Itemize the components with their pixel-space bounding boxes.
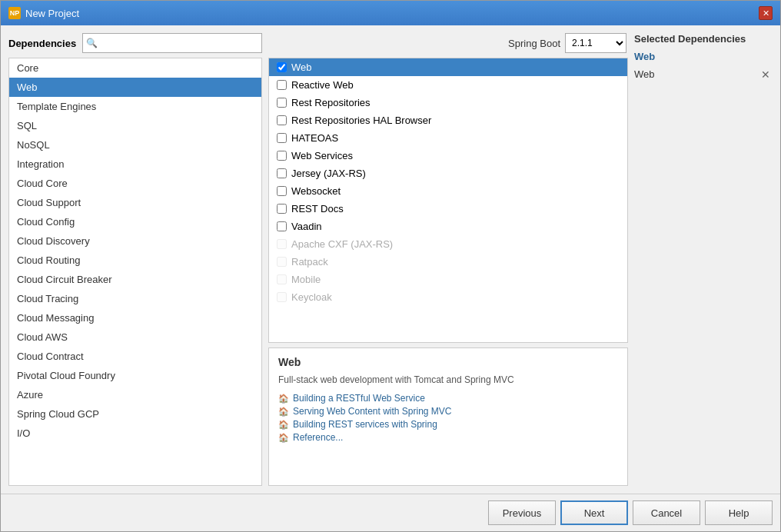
selected-item-name: Web bbox=[634, 68, 655, 80]
description-box: Web Full-stack web development with Tomc… bbox=[268, 347, 628, 486]
home-icon: 🏠 bbox=[278, 420, 289, 430]
main-content: Dependencies 🔍 CoreWebTemplate EnginesSQ… bbox=[1, 25, 780, 494]
close-button[interactable]: ✕ bbox=[759, 6, 773, 20]
category-item-cloud-routing[interactable]: Cloud Routing bbox=[9, 251, 261, 270]
search-wrapper: 🔍 bbox=[82, 33, 262, 53]
home-icon: 🏠 bbox=[278, 407, 289, 417]
dep-item-reactive-web[interactable]: Reactive Web bbox=[269, 76, 627, 94]
dep-item-rest-docs[interactable]: REST Docs bbox=[269, 200, 627, 218]
category-item-integration[interactable]: Integration bbox=[9, 155, 261, 174]
category-item-sql[interactable]: SQL bbox=[9, 116, 261, 135]
spring-boot-select[interactable]: 2.1.12.0.91.5.20 bbox=[565, 33, 626, 53]
category-item-azure[interactable]: Azure bbox=[9, 385, 261, 404]
dep-label-reactive-web: Reactive Web bbox=[291, 79, 354, 91]
category-item-cloud-aws[interactable]: Cloud AWS bbox=[9, 328, 261, 347]
dep-checkbox-reactive-web[interactable] bbox=[277, 80, 287, 90]
dep-label-rest-docs: REST Docs bbox=[291, 203, 344, 214]
new-project-window: NP New Project ✕ Dependencies 🔍 CoreWebT… bbox=[0, 0, 781, 532]
dep-checkbox-jersey[interactable] bbox=[277, 168, 287, 178]
dep-label-web-services: Web Services bbox=[291, 150, 353, 161]
dep-item-jersey[interactable]: Jersey (JAX-RS) bbox=[269, 165, 627, 182]
dep-checkbox-vaadin[interactable] bbox=[277, 221, 287, 231]
dep-item-websocket[interactable]: Websocket bbox=[269, 182, 627, 200]
category-item-cloud-core[interactable]: Cloud Core bbox=[9, 174, 261, 193]
selected-item-row: Web✕ bbox=[634, 67, 773, 81]
dep-item-keycloak[interactable]: Keycloak bbox=[269, 288, 627, 306]
desc-link[interactable]: 🏠Reference... bbox=[278, 432, 618, 443]
search-icon: 🔍 bbox=[86, 38, 98, 48]
dep-item-web-services[interactable]: Web Services bbox=[269, 147, 627, 165]
dep-label-hateoas: HATEOAS bbox=[291, 132, 338, 144]
dep-checkbox-websocket[interactable] bbox=[277, 186, 287, 196]
category-item-nosql[interactable]: NoSQL bbox=[9, 135, 261, 155]
category-item-pivotal-cloud-foundry[interactable]: Pivotal Cloud Foundry bbox=[9, 366, 261, 385]
category-item-cloud-contract[interactable]: Cloud Contract bbox=[9, 347, 261, 366]
dep-label-rest-repositories-hal: Rest Repositories HAL Browser bbox=[291, 115, 431, 126]
category-item-template-engines[interactable]: Template Engines bbox=[9, 97, 261, 116]
dep-item-hateoas[interactable]: HATEOAS bbox=[269, 129, 627, 147]
desc-link[interactable]: 🏠Building a RESTful Web Service bbox=[278, 393, 618, 404]
dep-checkbox-web-services[interactable] bbox=[277, 151, 287, 161]
home-icon: 🏠 bbox=[278, 394, 289, 404]
dep-checkbox-rest-repositories[interactable] bbox=[277, 98, 287, 108]
dep-item-apache-cxf[interactable]: Apache CXF (JAX-RS) bbox=[269, 235, 627, 253]
next-button[interactable]: Next bbox=[560, 500, 628, 525]
dep-item-vaadin[interactable]: Vaadin bbox=[269, 218, 627, 235]
category-item-io[interactable]: I/O bbox=[9, 424, 261, 443]
dep-checkbox-apache-cxf[interactable] bbox=[277, 239, 287, 249]
left-panel: Dependencies 🔍 CoreWebTemplate EnginesSQ… bbox=[8, 33, 262, 486]
dep-item-ratpack[interactable]: Ratpack bbox=[269, 253, 627, 271]
home-icon: 🏠 bbox=[278, 433, 289, 443]
dep-checkbox-keycloak[interactable] bbox=[277, 292, 287, 302]
category-item-cloud-messaging[interactable]: Cloud Messaging bbox=[9, 308, 261, 328]
dep-item-rest-repositories-hal[interactable]: Rest Repositories HAL Browser bbox=[269, 111, 627, 129]
dep-checkbox-rest-repositories-hal[interactable] bbox=[277, 115, 287, 125]
dep-checkbox-hateoas[interactable] bbox=[277, 133, 287, 143]
desc-text: Full-stack web development with Tomcat a… bbox=[278, 373, 618, 387]
dep-checkbox-rest-docs[interactable] bbox=[277, 204, 287, 214]
selected-deps-content: WebWeb✕ bbox=[634, 51, 773, 81]
dep-label-keycloak: Keycloak bbox=[291, 291, 332, 303]
category-list: CoreWebTemplate EnginesSQLNoSQLIntegrati… bbox=[8, 58, 262, 486]
desc-link[interactable]: 🏠Serving Web Content with Spring MVC bbox=[278, 406, 618, 417]
category-item-cloud-circuit-breaker[interactable]: Cloud Circuit Breaker bbox=[9, 270, 261, 289]
dependency-checkbox-list: WebReactive WebRest RepositoriesRest Rep… bbox=[268, 58, 628, 343]
remove-dep-button[interactable]: ✕ bbox=[759, 69, 773, 80]
deps-label: Dependencies bbox=[8, 38, 76, 49]
dep-item-web[interactable]: Web bbox=[269, 58, 627, 76]
category-item-web[interactable]: Web bbox=[9, 78, 261, 97]
dep-label-vaadin: Vaadin bbox=[291, 221, 322, 232]
category-item-cloud-support[interactable]: Cloud Support bbox=[9, 193, 261, 212]
spring-boot-label: Spring Boot bbox=[508, 38, 560, 49]
category-item-cloud-tracing[interactable]: Cloud Tracing bbox=[9, 289, 261, 308]
selected-deps-header: Selected Dependencies bbox=[634, 33, 773, 45]
dep-item-mobile[interactable]: Mobile bbox=[269, 271, 627, 288]
dep-checkbox-mobile[interactable] bbox=[277, 274, 287, 284]
help-button[interactable]: Help bbox=[705, 500, 773, 525]
deps-header: Dependencies 🔍 bbox=[8, 33, 262, 53]
desc-title: Web bbox=[278, 356, 618, 368]
category-item-cloud-config[interactable]: Cloud Config bbox=[9, 212, 261, 231]
desc-link[interactable]: 🏠Building REST services with Spring bbox=[278, 419, 618, 430]
dep-label-jersey: Jersey (JAX-RS) bbox=[291, 168, 366, 179]
previous-button[interactable]: Previous bbox=[488, 500, 556, 525]
dep-checkbox-ratpack[interactable] bbox=[277, 257, 287, 267]
right-panel: Selected Dependencies WebWeb✕ bbox=[634, 33, 773, 486]
search-input[interactable] bbox=[82, 33, 262, 53]
spring-boot-bar: Spring Boot 2.1.12.0.91.5.20 bbox=[268, 33, 628, 53]
category-item-spring-cloud-gcp[interactable]: Spring Cloud GCP bbox=[9, 404, 261, 424]
dep-label-web: Web bbox=[291, 62, 312, 73]
dep-item-rest-repositories[interactable]: Rest Repositories bbox=[269, 94, 627, 111]
title-bar-left: NP New Project bbox=[8, 7, 79, 19]
dep-label-websocket: Websocket bbox=[291, 185, 341, 197]
bottom-bar: Previous Next Cancel Help bbox=[1, 494, 780, 531]
dep-label-rest-repositories: Rest Repositories bbox=[291, 97, 371, 108]
cancel-button[interactable]: Cancel bbox=[633, 500, 700, 525]
selected-section-title: Web bbox=[634, 51, 773, 62]
dep-label-mobile: Mobile bbox=[291, 274, 321, 285]
category-item-cloud-discovery[interactable]: Cloud Discovery bbox=[9, 231, 261, 251]
dep-label-apache-cxf: Apache CXF (JAX-RS) bbox=[291, 238, 393, 250]
dep-checkbox-web[interactable] bbox=[277, 62, 287, 72]
category-item-core[interactable]: Core bbox=[9, 58, 261, 78]
middle-panel: Spring Boot 2.1.12.0.91.5.20 WebReactive… bbox=[268, 33, 628, 486]
